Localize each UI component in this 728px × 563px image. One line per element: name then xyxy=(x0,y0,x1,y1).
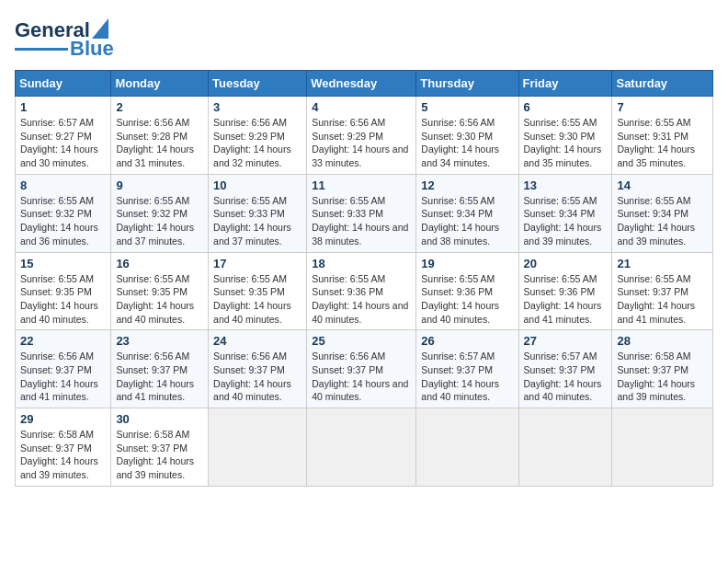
day-number: 26 xyxy=(421,334,513,348)
day-detail: Sunrise: 6:58 AMSunset: 9:37 PMDaylight:… xyxy=(20,429,98,480)
day-detail: Sunrise: 6:55 AMSunset: 9:36 PMDaylight:… xyxy=(421,273,499,325)
table-row: 24 Sunrise: 6:56 AMSunset: 9:37 PMDaylig… xyxy=(209,330,307,408)
day-detail: Sunrise: 6:56 AMSunset: 9:37 PMDaylight:… xyxy=(213,350,291,402)
table-row xyxy=(307,408,416,487)
day-detail: Sunrise: 6:55 AMSunset: 9:35 PMDaylight:… xyxy=(213,273,291,325)
day-detail: Sunrise: 6:55 AMSunset: 9:31 PMDaylight:… xyxy=(617,117,695,168)
day-number: 15 xyxy=(20,257,106,270)
col-header-thursday: Thursday xyxy=(416,71,518,97)
day-number: 6 xyxy=(524,100,608,114)
table-row: 9 Sunrise: 6:55 AMSunset: 9:32 PMDayligh… xyxy=(111,174,209,252)
col-header-tuesday: Tuesday xyxy=(209,71,307,97)
day-number: 4 xyxy=(312,100,411,114)
table-row: 27 Sunrise: 6:57 AMSunset: 9:37 PMDaylig… xyxy=(518,330,612,408)
table-row: 25 Sunrise: 6:56 AMSunset: 9:37 PMDaylig… xyxy=(307,330,416,408)
day-number: 2 xyxy=(116,100,203,114)
day-number: 13 xyxy=(524,178,608,192)
day-number: 19 xyxy=(421,257,513,270)
day-detail: Sunrise: 6:55 AMSunset: 9:36 PMDaylight:… xyxy=(312,273,408,325)
logo: General Blue xyxy=(15,18,114,61)
table-row: 7 Sunrise: 6:55 AMSunset: 9:31 PMDayligh… xyxy=(612,97,713,175)
table-row: 5 Sunrise: 6:56 AMSunset: 9:30 PMDayligh… xyxy=(416,97,518,175)
day-detail: Sunrise: 6:56 AMSunset: 9:37 PMDaylight:… xyxy=(312,350,408,402)
day-number: 18 xyxy=(312,257,411,270)
table-row: 11 Sunrise: 6:55 AMSunset: 9:33 PMDaylig… xyxy=(307,174,416,252)
day-detail: Sunrise: 6:56 AMSunset: 9:29 PMDaylight:… xyxy=(312,117,408,168)
logo-accent: Blue xyxy=(70,37,114,61)
table-row: 20 Sunrise: 6:55 AMSunset: 9:36 PMDaylig… xyxy=(518,252,612,330)
table-row: 21 Sunrise: 6:55 AMSunset: 9:37 PMDaylig… xyxy=(612,252,713,330)
day-detail: Sunrise: 6:56 AMSunset: 9:37 PMDaylight:… xyxy=(116,350,194,402)
table-row: 17 Sunrise: 6:55 AMSunset: 9:35 PMDaylig… xyxy=(209,252,307,330)
table-row xyxy=(209,408,307,487)
day-number: 27 xyxy=(524,334,608,348)
day-number: 17 xyxy=(213,257,301,270)
col-header-friday: Friday xyxy=(518,71,612,97)
day-detail: Sunrise: 6:55 AMSunset: 9:35 PMDaylight:… xyxy=(116,273,194,325)
day-number: 9 xyxy=(116,178,203,192)
table-row: 6 Sunrise: 6:55 AMSunset: 9:30 PMDayligh… xyxy=(518,97,612,175)
day-detail: Sunrise: 6:57 AMSunset: 9:37 PMDaylight:… xyxy=(524,350,602,402)
day-number: 21 xyxy=(617,257,708,270)
calendar-table: SundayMondayTuesdayWednesdayThursdayFrid… xyxy=(15,70,713,487)
col-header-wednesday: Wednesday xyxy=(307,71,416,97)
table-row: 4 Sunrise: 6:56 AMSunset: 9:29 PMDayligh… xyxy=(307,97,416,175)
day-number: 28 xyxy=(617,334,708,348)
day-detail: Sunrise: 6:55 AMSunset: 9:37 PMDaylight:… xyxy=(617,273,695,325)
day-detail: Sunrise: 6:55 AMSunset: 9:34 PMDaylight:… xyxy=(617,195,695,247)
col-header-sunday: Sunday xyxy=(16,71,111,97)
day-number: 1 xyxy=(20,100,106,114)
day-number: 20 xyxy=(524,257,608,270)
col-header-saturday: Saturday xyxy=(612,71,713,97)
table-row: 15 Sunrise: 6:55 AMSunset: 9:35 PMDaylig… xyxy=(16,252,111,330)
day-detail: Sunrise: 6:57 AMSunset: 9:27 PMDaylight:… xyxy=(20,117,98,168)
day-number: 24 xyxy=(213,334,301,348)
day-detail: Sunrise: 6:57 AMSunset: 9:37 PMDaylight:… xyxy=(421,350,499,402)
table-row: 29 Sunrise: 6:58 AMSunset: 9:37 PMDaylig… xyxy=(16,408,111,487)
day-detail: Sunrise: 6:55 AMSunset: 9:33 PMDaylight:… xyxy=(312,195,408,247)
day-detail: Sunrise: 6:55 AMSunset: 9:34 PMDaylight:… xyxy=(421,195,499,247)
table-row: 26 Sunrise: 6:57 AMSunset: 9:37 PMDaylig… xyxy=(416,330,518,408)
table-row: 18 Sunrise: 6:55 AMSunset: 9:36 PMDaylig… xyxy=(307,252,416,330)
day-number: 14 xyxy=(617,178,708,192)
table-row: 23 Sunrise: 6:56 AMSunset: 9:37 PMDaylig… xyxy=(111,330,209,408)
day-number: 10 xyxy=(213,178,301,192)
day-detail: Sunrise: 6:56 AMSunset: 9:37 PMDaylight:… xyxy=(20,350,98,402)
table-row: 8 Sunrise: 6:55 AMSunset: 9:32 PMDayligh… xyxy=(16,174,111,252)
day-number: 29 xyxy=(20,412,106,426)
col-header-monday: Monday xyxy=(111,71,209,97)
day-number: 30 xyxy=(116,412,203,426)
day-detail: Sunrise: 6:58 AMSunset: 9:37 PMDaylight:… xyxy=(617,350,695,402)
table-row: 13 Sunrise: 6:55 AMSunset: 9:34 PMDaylig… xyxy=(518,174,612,252)
table-row xyxy=(416,408,518,487)
day-number: 22 xyxy=(20,334,106,348)
day-number: 5 xyxy=(421,100,513,114)
table-row: 30 Sunrise: 6:58 AMSunset: 9:37 PMDaylig… xyxy=(111,408,209,487)
day-detail: Sunrise: 6:55 AMSunset: 9:35 PMDaylight:… xyxy=(20,273,98,325)
day-detail: Sunrise: 6:56 AMSunset: 9:29 PMDaylight:… xyxy=(213,117,291,168)
table-row: 1 Sunrise: 6:57 AMSunset: 9:27 PMDayligh… xyxy=(16,97,111,175)
day-detail: Sunrise: 6:55 AMSunset: 9:32 PMDaylight:… xyxy=(20,195,98,247)
svg-marker-0 xyxy=(92,18,108,39)
table-row: 19 Sunrise: 6:55 AMSunset: 9:36 PMDaylig… xyxy=(416,252,518,330)
day-detail: Sunrise: 6:55 AMSunset: 9:36 PMDaylight:… xyxy=(524,273,602,325)
day-detail: Sunrise: 6:55 AMSunset: 9:34 PMDaylight:… xyxy=(524,195,602,247)
table-row: 28 Sunrise: 6:58 AMSunset: 9:37 PMDaylig… xyxy=(612,330,713,408)
table-row xyxy=(612,408,713,487)
table-row: 3 Sunrise: 6:56 AMSunset: 9:29 PMDayligh… xyxy=(209,97,307,175)
day-number: 25 xyxy=(312,334,411,348)
table-row: 10 Sunrise: 6:55 AMSunset: 9:33 PMDaylig… xyxy=(209,174,307,252)
day-number: 8 xyxy=(20,178,106,192)
day-number: 16 xyxy=(116,257,203,270)
day-detail: Sunrise: 6:56 AMSunset: 9:28 PMDaylight:… xyxy=(116,117,194,168)
table-row: 16 Sunrise: 6:55 AMSunset: 9:35 PMDaylig… xyxy=(111,252,209,330)
day-detail: Sunrise: 6:58 AMSunset: 9:37 PMDaylight:… xyxy=(116,429,194,480)
table-row xyxy=(518,408,612,487)
table-row: 2 Sunrise: 6:56 AMSunset: 9:28 PMDayligh… xyxy=(111,97,209,175)
day-number: 11 xyxy=(312,178,411,192)
day-number: 7 xyxy=(617,100,708,114)
table-row: 12 Sunrise: 6:55 AMSunset: 9:34 PMDaylig… xyxy=(416,174,518,252)
day-detail: Sunrise: 6:55 AMSunset: 9:30 PMDaylight:… xyxy=(524,117,602,168)
table-row: 22 Sunrise: 6:56 AMSunset: 9:37 PMDaylig… xyxy=(16,330,111,408)
day-number: 23 xyxy=(116,334,203,348)
